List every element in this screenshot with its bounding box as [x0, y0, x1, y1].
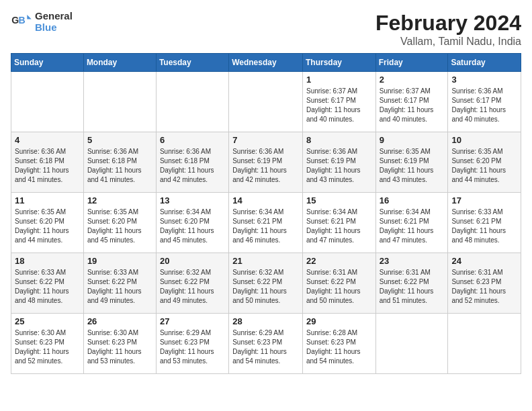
- calendar-cell: 11Sunrise: 6:35 AM Sunset: 6:20 PM Dayli…: [11, 193, 84, 253]
- day-info: Sunrise: 6:36 AM Sunset: 6:18 PM Dayligh…: [160, 147, 225, 185]
- calendar-cell: 18Sunrise: 6:33 AM Sunset: 6:22 PM Dayli…: [11, 253, 84, 314]
- day-number: 2: [380, 75, 445, 85]
- day-info: Sunrise: 6:35 AM Sunset: 6:20 PM Dayligh…: [15, 208, 80, 245]
- calendar-cell: 29Sunrise: 6:28 AM Sunset: 6:23 PM Dayli…: [302, 314, 375, 374]
- day-info: Sunrise: 6:36 AM Sunset: 6:18 PM Dayligh…: [15, 147, 80, 185]
- day-info: Sunrise: 6:34 AM Sunset: 6:21 PM Dayligh…: [232, 208, 299, 245]
- svg-marker-2: [27, 15, 31, 19]
- day-number: 15: [306, 195, 372, 205]
- day-info: Sunrise: 6:37 AM Sunset: 6:17 PM Dayligh…: [380, 87, 445, 124]
- day-number: 17: [451, 195, 517, 205]
- title-area: February 2024 Vallam, Tamil Nadu, India: [375, 11, 521, 48]
- day-info: Sunrise: 6:34 AM Sunset: 6:20 PM Dayligh…: [160, 208, 225, 245]
- calendar-cell: 2Sunrise: 6:37 AM Sunset: 6:17 PM Daylig…: [375, 72, 448, 132]
- day-number: 20: [160, 256, 225, 266]
- calendar-cell: [375, 314, 448, 374]
- day-number: 14: [232, 195, 299, 205]
- day-number: 23: [380, 256, 445, 266]
- calendar-cell: 23Sunrise: 6:31 AM Sunset: 6:22 PM Dayli…: [375, 253, 448, 314]
- calendar-cell: [11, 72, 84, 132]
- calendar-table: SundayMondayTuesdayWednesdayThursdayFrid…: [11, 53, 521, 374]
- day-info: Sunrise: 6:33 AM Sunset: 6:22 PM Dayligh…: [87, 268, 152, 306]
- calendar-cell: 26Sunrise: 6:30 AM Sunset: 6:23 PM Dayli…: [83, 314, 156, 374]
- day-info: Sunrise: 6:32 AM Sunset: 6:22 PM Dayligh…: [232, 268, 299, 306]
- calendar-cell: 9Sunrise: 6:35 AM Sunset: 6:19 PM Daylig…: [375, 132, 448, 193]
- calendar-cell: 10Sunrise: 6:35 AM Sunset: 6:20 PM Dayli…: [448, 132, 521, 193]
- week-row-2: 11Sunrise: 6:35 AM Sunset: 6:20 PM Dayli…: [11, 193, 521, 253]
- calendar-cell: 12Sunrise: 6:35 AM Sunset: 6:20 PM Dayli…: [83, 193, 156, 253]
- calendar-cell: 3Sunrise: 6:36 AM Sunset: 6:17 PM Daylig…: [448, 72, 521, 132]
- calendar-cell: 25Sunrise: 6:30 AM Sunset: 6:23 PM Dayli…: [11, 314, 84, 374]
- calendar-cell: 24Sunrise: 6:31 AM Sunset: 6:23 PM Dayli…: [448, 253, 521, 314]
- calendar-cell: 14Sunrise: 6:34 AM Sunset: 6:21 PM Dayli…: [229, 193, 303, 253]
- day-number: 27: [160, 316, 225, 326]
- header-cell-wednesday: Wednesday: [229, 54, 303, 72]
- day-info: Sunrise: 6:30 AM Sunset: 6:23 PM Dayligh…: [87, 328, 152, 366]
- day-info: Sunrise: 6:33 AM Sunset: 6:22 PM Dayligh…: [15, 268, 80, 306]
- calendar-cell: 19Sunrise: 6:33 AM Sunset: 6:22 PM Dayli…: [83, 253, 156, 314]
- calendar-cell: [83, 72, 156, 132]
- day-number: 19: [87, 256, 152, 266]
- calendar-cell: 4Sunrise: 6:36 AM Sunset: 6:18 PM Daylig…: [11, 132, 84, 193]
- day-number: 24: [451, 256, 517, 266]
- day-number: 16: [380, 195, 445, 205]
- day-info: Sunrise: 6:37 AM Sunset: 6:17 PM Dayligh…: [306, 87, 372, 124]
- day-info: Sunrise: 6:36 AM Sunset: 6:17 PM Dayligh…: [451, 87, 517, 124]
- day-info: Sunrise: 6:35 AM Sunset: 6:19 PM Dayligh…: [380, 147, 445, 185]
- svg-text:G: G: [11, 14, 19, 25]
- calendar-cell: 21Sunrise: 6:32 AM Sunset: 6:22 PM Dayli…: [229, 253, 303, 314]
- calendar-cell: 7Sunrise: 6:36 AM Sunset: 6:19 PM Daylig…: [229, 132, 303, 193]
- day-number: 25: [15, 316, 80, 326]
- header-row: SundayMondayTuesdayWednesdayThursdayFrid…: [11, 54, 521, 72]
- svg-text:B: B: [19, 14, 26, 25]
- logo-line2: Blue: [35, 22, 73, 34]
- calendar-cell: 5Sunrise: 6:36 AM Sunset: 6:18 PM Daylig…: [83, 132, 156, 193]
- day-number: 3: [451, 75, 517, 85]
- day-info: Sunrise: 6:31 AM Sunset: 6:23 PM Dayligh…: [451, 268, 517, 306]
- day-number: 5: [87, 135, 152, 145]
- day-number: 13: [160, 195, 225, 205]
- header-cell-sunday: Sunday: [11, 54, 84, 72]
- week-row-0: 1Sunrise: 6:37 AM Sunset: 6:17 PM Daylig…: [11, 72, 521, 132]
- day-info: Sunrise: 6:36 AM Sunset: 6:19 PM Dayligh…: [232, 147, 299, 185]
- header-cell-saturday: Saturday: [448, 54, 521, 72]
- day-number: 8: [306, 135, 372, 145]
- logo-line1: General: [35, 11, 73, 22]
- calendar-cell: 6Sunrise: 6:36 AM Sunset: 6:18 PM Daylig…: [156, 132, 228, 193]
- calendar-cell: 15Sunrise: 6:34 AM Sunset: 6:21 PM Dayli…: [302, 193, 375, 253]
- calendar-cell: 20Sunrise: 6:32 AM Sunset: 6:22 PM Dayli…: [156, 253, 228, 314]
- header-cell-thursday: Thursday: [302, 54, 375, 72]
- calendar-cell: 27Sunrise: 6:29 AM Sunset: 6:23 PM Dayli…: [156, 314, 228, 374]
- header-cell-monday: Monday: [83, 54, 156, 72]
- day-info: Sunrise: 6:28 AM Sunset: 6:23 PM Dayligh…: [306, 328, 372, 366]
- day-number: 28: [232, 316, 299, 326]
- day-info: Sunrise: 6:30 AM Sunset: 6:23 PM Dayligh…: [15, 328, 80, 366]
- header-cell-friday: Friday: [375, 54, 448, 72]
- day-info: Sunrise: 6:32 AM Sunset: 6:22 PM Dayligh…: [160, 268, 225, 306]
- calendar-cell: 22Sunrise: 6:31 AM Sunset: 6:22 PM Dayli…: [302, 253, 375, 314]
- day-number: 11: [15, 195, 80, 205]
- day-number: 6: [160, 135, 225, 145]
- header: G B General Blue February 2024 Vallam, T…: [11, 11, 521, 48]
- calendar-header: SundayMondayTuesdayWednesdayThursdayFrid…: [11, 54, 521, 72]
- day-number: 4: [15, 135, 80, 145]
- logo: G B General Blue: [11, 11, 73, 33]
- day-info: Sunrise: 6:34 AM Sunset: 6:21 PM Dayligh…: [306, 208, 372, 245]
- day-info: Sunrise: 6:29 AM Sunset: 6:23 PM Dayligh…: [232, 328, 299, 366]
- day-number: 9: [380, 135, 445, 145]
- header-cell-tuesday: Tuesday: [156, 54, 228, 72]
- month-year: February 2024: [375, 11, 521, 36]
- day-info: Sunrise: 6:35 AM Sunset: 6:20 PM Dayligh…: [451, 147, 517, 185]
- day-number: 10: [451, 135, 517, 145]
- logo-icon: G B: [11, 11, 32, 33]
- day-info: Sunrise: 6:36 AM Sunset: 6:19 PM Dayligh…: [306, 147, 372, 185]
- day-number: 1: [306, 75, 372, 85]
- calendar-body: 1Sunrise: 6:37 AM Sunset: 6:17 PM Daylig…: [11, 72, 521, 374]
- day-number: 7: [232, 135, 299, 145]
- calendar-cell: 13Sunrise: 6:34 AM Sunset: 6:20 PM Dayli…: [156, 193, 228, 253]
- calendar-cell: [229, 72, 303, 132]
- day-info: Sunrise: 6:29 AM Sunset: 6:23 PM Dayligh…: [160, 328, 225, 366]
- calendar-cell: [156, 72, 228, 132]
- day-number: 29: [306, 316, 372, 326]
- week-row-3: 18Sunrise: 6:33 AM Sunset: 6:22 PM Dayli…: [11, 253, 521, 314]
